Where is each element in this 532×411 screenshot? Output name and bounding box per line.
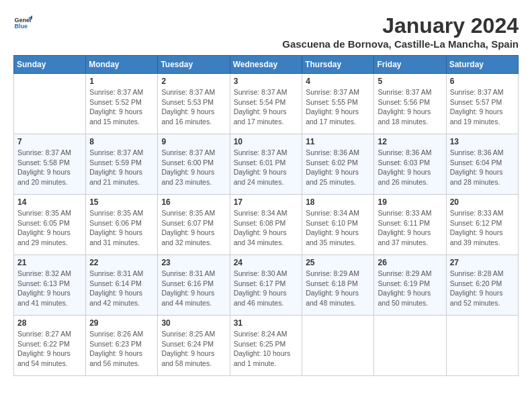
- day-info: Sunrise: 8:37 AM Sunset: 5:56 PM Dayligh…: [378, 87, 442, 127]
- day-info: Sunrise: 8:37 AM Sunset: 5:59 PM Dayligh…: [89, 148, 154, 187]
- logo-icon: General Blue: [13, 13, 32, 32]
- logo: General Blue: [13, 13, 32, 32]
- calendar-cell: 25Sunrise: 8:29 AM Sunset: 6:18 PM Dayli…: [302, 255, 374, 316]
- week-row-1: 1Sunrise: 8:37 AM Sunset: 5:52 PM Daylig…: [14, 74, 519, 134]
- calendar-cell: 14Sunrise: 8:35 AM Sunset: 6:05 PM Dayli…: [14, 195, 86, 255]
- day-number: 8: [89, 137, 154, 146]
- calendar-cell: 27Sunrise: 8:28 AM Sunset: 6:20 PM Dayli…: [446, 255, 518, 316]
- day-info: Sunrise: 8:29 AM Sunset: 6:19 PM Dayligh…: [378, 269, 442, 308]
- day-info: Sunrise: 8:24 AM Sunset: 6:25 PM Dayligh…: [234, 329, 299, 369]
- day-info: Sunrise: 8:32 AM Sunset: 6:13 PM Dayligh…: [17, 269, 82, 308]
- day-number: 23: [161, 258, 226, 267]
- calendar-cell: 8Sunrise: 8:37 AM Sunset: 5:59 PM Daylig…: [86, 134, 158, 195]
- day-number: 14: [17, 197, 82, 207]
- day-info: Sunrise: 8:36 AM Sunset: 6:03 PM Dayligh…: [378, 148, 442, 187]
- week-row-2: 7Sunrise: 8:37 AM Sunset: 5:58 PM Daylig…: [14, 134, 519, 195]
- day-info: Sunrise: 8:37 AM Sunset: 5:54 PM Dayligh…: [234, 87, 299, 127]
- day-info: Sunrise: 8:33 AM Sunset: 6:12 PM Dayligh…: [450, 208, 515, 248]
- day-number: 16: [161, 197, 226, 207]
- day-info: Sunrise: 8:35 AM Sunset: 6:05 PM Dayligh…: [17, 208, 82, 248]
- calendar-cell: 18Sunrise: 8:34 AM Sunset: 6:10 PM Dayli…: [302, 195, 374, 255]
- day-info: Sunrise: 8:37 AM Sunset: 5:58 PM Dayligh…: [17, 148, 82, 187]
- column-header-thursday: Thursday: [302, 56, 374, 74]
- day-number: 26: [378, 258, 442, 267]
- calendar-cell: 17Sunrise: 8:34 AM Sunset: 6:08 PM Dayli…: [230, 195, 302, 255]
- calendar-table: SundayMondayTuesdayWednesdayThursdayFrid…: [13, 55, 519, 376]
- calendar-cell: 2Sunrise: 8:37 AM Sunset: 5:53 PM Daylig…: [158, 74, 230, 134]
- day-info: Sunrise: 8:37 AM Sunset: 5:53 PM Dayligh…: [161, 87, 226, 127]
- day-info: Sunrise: 8:31 AM Sunset: 6:16 PM Dayligh…: [161, 269, 226, 308]
- day-number: 28: [17, 318, 82, 328]
- day-number: 19: [378, 197, 442, 207]
- column-header-tuesday: Tuesday: [158, 56, 230, 74]
- calendar-cell: 29Sunrise: 8:26 AM Sunset: 6:23 PM Dayli…: [86, 316, 158, 376]
- day-info: Sunrise: 8:34 AM Sunset: 6:08 PM Dayligh…: [234, 208, 299, 248]
- calendar-cell: [302, 316, 374, 376]
- day-info: Sunrise: 8:35 AM Sunset: 6:06 PM Dayligh…: [89, 208, 154, 248]
- day-info: Sunrise: 8:33 AM Sunset: 6:11 PM Dayligh…: [378, 208, 442, 248]
- calendar-cell: 13Sunrise: 8:36 AM Sunset: 6:04 PM Dayli…: [446, 134, 518, 195]
- calendar-cell: 7Sunrise: 8:37 AM Sunset: 5:58 PM Daylig…: [14, 134, 86, 195]
- day-number: 4: [306, 77, 370, 86]
- location-title: Gascuena de Bornova, Castille-La Mancha,…: [282, 38, 519, 50]
- calendar-cell: 5Sunrise: 8:37 AM Sunset: 5:56 PM Daylig…: [374, 74, 446, 134]
- week-row-4: 21Sunrise: 8:32 AM Sunset: 6:13 PM Dayli…: [14, 255, 519, 316]
- calendar-cell: [446, 316, 518, 376]
- day-info: Sunrise: 8:37 AM Sunset: 5:52 PM Dayligh…: [89, 87, 154, 127]
- calendar-cell: 12Sunrise: 8:36 AM Sunset: 6:03 PM Dayli…: [374, 134, 446, 195]
- day-number: 29: [89, 318, 154, 328]
- day-number: 13: [450, 137, 515, 146]
- calendar-cell: 28Sunrise: 8:27 AM Sunset: 6:22 PM Dayli…: [14, 316, 86, 376]
- day-info: Sunrise: 8:34 AM Sunset: 6:10 PM Dayligh…: [306, 208, 370, 248]
- day-number: 15: [89, 197, 154, 207]
- day-number: 22: [89, 258, 154, 267]
- calendar-cell: 6Sunrise: 8:37 AM Sunset: 5:57 PM Daylig…: [446, 74, 518, 134]
- calendar-cell: 30Sunrise: 8:25 AM Sunset: 6:24 PM Dayli…: [158, 316, 230, 376]
- day-info: Sunrise: 8:35 AM Sunset: 6:07 PM Dayligh…: [161, 208, 226, 248]
- day-number: 24: [234, 258, 299, 267]
- day-number: 27: [450, 258, 515, 267]
- calendar-cell: 15Sunrise: 8:35 AM Sunset: 6:06 PM Dayli…: [86, 195, 158, 255]
- title-block: January 2024 Gascuena de Bornova, Castil…: [282, 13, 519, 50]
- column-header-friday: Friday: [374, 56, 446, 74]
- calendar-cell: 1Sunrise: 8:37 AM Sunset: 5:52 PM Daylig…: [86, 74, 158, 134]
- page-header: General Blue January 2024 Gascuena de Bo…: [13, 13, 519, 50]
- column-header-saturday: Saturday: [446, 56, 518, 74]
- day-number: 17: [234, 197, 299, 207]
- day-number: 7: [17, 137, 82, 146]
- calendar-cell: 20Sunrise: 8:33 AM Sunset: 6:12 PM Dayli…: [446, 195, 518, 255]
- calendar-cell: 3Sunrise: 8:37 AM Sunset: 5:54 PM Daylig…: [230, 74, 302, 134]
- column-header-sunday: Sunday: [14, 56, 86, 74]
- day-number: 30: [161, 318, 226, 328]
- day-number: 2: [161, 77, 226, 86]
- day-info: Sunrise: 8:27 AM Sunset: 6:22 PM Dayligh…: [17, 329, 82, 369]
- column-header-wednesday: Wednesday: [230, 56, 302, 74]
- day-number: 6: [450, 77, 515, 86]
- day-info: Sunrise: 8:36 AM Sunset: 6:02 PM Dayligh…: [306, 148, 370, 187]
- day-info: Sunrise: 8:29 AM Sunset: 6:18 PM Dayligh…: [306, 269, 370, 308]
- day-info: Sunrise: 8:37 AM Sunset: 5:57 PM Dayligh…: [450, 87, 515, 127]
- day-number: 25: [306, 258, 370, 267]
- calendar-cell: [14, 74, 86, 134]
- svg-text:Blue: Blue: [14, 23, 28, 30]
- calendar-cell: 16Sunrise: 8:35 AM Sunset: 6:07 PM Dayli…: [158, 195, 230, 255]
- calendar-cell: 23Sunrise: 8:31 AM Sunset: 6:16 PM Dayli…: [158, 255, 230, 316]
- day-info: Sunrise: 8:28 AM Sunset: 6:20 PM Dayligh…: [450, 269, 515, 308]
- day-number: 3: [234, 77, 299, 86]
- column-header-monday: Monday: [86, 56, 158, 74]
- day-info: Sunrise: 8:25 AM Sunset: 6:24 PM Dayligh…: [161, 329, 226, 369]
- month-title: January 2024: [282, 13, 519, 38]
- calendar-cell: 31Sunrise: 8:24 AM Sunset: 6:25 PM Dayli…: [230, 316, 302, 376]
- calendar-cell: 24Sunrise: 8:30 AM Sunset: 6:17 PM Dayli…: [230, 255, 302, 316]
- day-number: 5: [378, 77, 442, 86]
- calendar-cell: 19Sunrise: 8:33 AM Sunset: 6:11 PM Dayli…: [374, 195, 446, 255]
- day-info: Sunrise: 8:37 AM Sunset: 5:55 PM Dayligh…: [306, 87, 370, 127]
- week-row-5: 28Sunrise: 8:27 AM Sunset: 6:22 PM Dayli…: [14, 316, 519, 376]
- calendar-cell: 22Sunrise: 8:31 AM Sunset: 6:14 PM Dayli…: [86, 255, 158, 316]
- day-number: 9: [161, 137, 226, 146]
- calendar-cell: 11Sunrise: 8:36 AM Sunset: 6:02 PM Dayli…: [302, 134, 374, 195]
- header-row: SundayMondayTuesdayWednesdayThursdayFrid…: [14, 56, 519, 74]
- day-number: 10: [234, 137, 299, 146]
- day-number: 18: [306, 197, 370, 207]
- day-number: 21: [17, 258, 82, 267]
